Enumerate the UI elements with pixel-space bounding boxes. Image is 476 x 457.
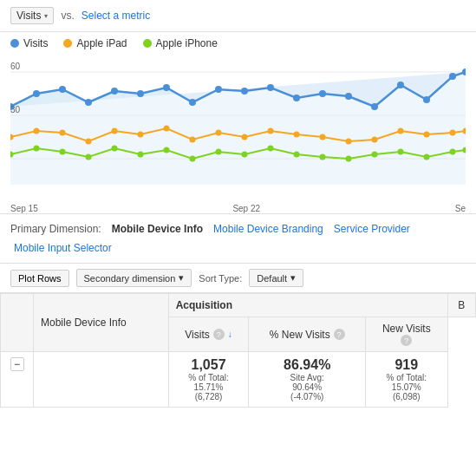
svg-point-56 (398, 149, 404, 155)
table-header-b: B (447, 294, 475, 317)
sort-type-dropdown[interactable]: Default ▾ (249, 269, 303, 287)
svg-point-12 (241, 88, 248, 95)
svg-point-44 (86, 154, 92, 160)
pct-new-diff: (-4.07%) (256, 392, 358, 402)
new-visits-count: (6,098) (373, 392, 440, 402)
svg-point-29 (190, 137, 196, 143)
svg-point-16 (345, 93, 352, 100)
pct-new-visits-value: 86.94% (256, 357, 358, 373)
table-cell-new-visits: 919 % of Total: 15.07% (6,098) (366, 352, 447, 408)
primary-dimension-bar: Primary Dimension: Mobile Device Info Mo… (0, 213, 476, 264)
table-subheader-new-visits: New Visits ? (366, 317, 447, 352)
svg-point-20 (449, 73, 456, 80)
visits-pct-total-label: % of Total: (176, 373, 242, 382)
svg-point-9 (163, 84, 170, 91)
svg-point-51 (268, 146, 274, 152)
legend-iphone-label: Apple iPhone (156, 37, 218, 49)
svg-point-36 (372, 137, 378, 143)
svg-point-23 (34, 128, 40, 134)
svg-point-19 (423, 96, 430, 103)
svg-point-11 (215, 86, 222, 93)
svg-point-24 (60, 130, 66, 136)
y-axis-60: 60 (10, 62, 20, 71)
svg-point-33 (294, 132, 300, 138)
legend-item-ipad: Apple iPad (63, 37, 127, 49)
table-cell-visits: 1,057 % of Total: 15.71% (6,728) (168, 352, 249, 408)
x-axis-labels: Sep 15 Sep 22 Se (0, 202, 476, 213)
svg-point-14 (293, 95, 300, 101)
table-cell-pct-new-visits: 86.94% Site Avg: 90.64% (-4.07%) (249, 352, 366, 408)
svg-point-57 (424, 154, 430, 160)
svg-point-27 (138, 132, 144, 138)
visits-value: 1,057 (176, 357, 242, 373)
y-axis-30: 30 (10, 105, 20, 114)
data-table: Mobile Device Info Acquisition B Visits … (0, 293, 476, 408)
svg-point-55 (372, 152, 378, 158)
svg-point-8 (137, 90, 144, 97)
svg-point-54 (346, 156, 352, 162)
x-label-sep-end: Se (455, 204, 466, 213)
site-avg-label: Site Avg: (256, 373, 358, 382)
svg-point-10 (189, 99, 196, 106)
plot-rows-button[interactable]: Plot Rows (10, 270, 69, 287)
secondary-dim-arrow-icon: ▾ (179, 272, 184, 284)
visits-dot-icon (10, 39, 19, 48)
primary-dimension-label: Primary Dimension: (10, 223, 101, 235)
svg-point-25 (86, 139, 92, 145)
svg-point-53 (320, 154, 326, 160)
sort-default-label: Default (257, 273, 287, 284)
new-visits-pct-total-label: % of Total: (373, 373, 440, 382)
svg-point-50 (242, 152, 248, 158)
pct-new-visits-help-icon[interactable]: ? (334, 329, 345, 340)
x-label-sep22: Sep 22 (232, 204, 260, 213)
svg-point-26 (112, 128, 118, 134)
chart-area: 60 30 (0, 55, 476, 202)
visits-help-icon[interactable]: ? (213, 329, 225, 340)
svg-point-49 (216, 149, 222, 155)
sort-type-label: Sort Type: (199, 273, 242, 284)
legend-visits-label: Visits (23, 37, 48, 49)
svg-point-6 (85, 99, 92, 106)
svg-point-58 (450, 149, 456, 155)
table-header-dimension: Mobile Device Info (34, 294, 169, 352)
svg-point-45 (112, 146, 118, 152)
tab-service-provider[interactable]: Service Provider (330, 221, 414, 237)
select-metric-link[interactable]: Select a metric (82, 10, 150, 22)
svg-point-43 (60, 149, 66, 155)
svg-point-35 (346, 139, 352, 145)
svg-point-30 (216, 130, 222, 136)
table-subheader-visits: Visits ? ↓ (168, 317, 249, 352)
collapse-row-button[interactable]: − (10, 357, 24, 371)
ipad-dot-icon (63, 39, 72, 48)
chart-svg (10, 55, 466, 185)
metric-dropdown[interactable]: Visits ▾ (10, 7, 54, 24)
svg-point-31 (242, 134, 248, 140)
site-avg-value: 90.64% (256, 382, 358, 392)
svg-point-32 (268, 128, 274, 134)
table-row: − 1,057 % of Total: 15.71% (6,728) 86.94… (1, 352, 476, 408)
svg-point-34 (320, 134, 326, 140)
svg-point-37 (398, 128, 404, 134)
svg-point-18 (397, 82, 404, 88)
table-cell-dimension (34, 352, 169, 408)
secondary-dimension-dropdown[interactable]: Secondary dimension ▾ (76, 269, 192, 287)
tab-mobile-device-branding[interactable]: Mobile Device Branding (210, 221, 327, 237)
chart-legend: Visits Apple iPad Apple iPhone (0, 32, 476, 55)
svg-point-39 (450, 130, 456, 136)
table-subheader-pct-new-visits: % New Visits ? (249, 317, 366, 352)
svg-point-48 (190, 156, 196, 162)
tab-mobile-device-info[interactable]: Mobile Device Info (108, 221, 206, 237)
metric-label: Visits (16, 10, 41, 22)
visits-count: (6,728) (176, 392, 242, 402)
iphone-dot-icon (143, 39, 152, 48)
visits-sort-icon[interactable]: ↓ (228, 330, 232, 339)
tab-mobile-input-selector[interactable]: Mobile Input Selector (10, 240, 115, 256)
svg-point-13 (267, 84, 274, 91)
new-visits-help-icon[interactable]: ? (401, 335, 412, 346)
svg-point-38 (424, 132, 430, 138)
table-toolbar: Plot Rows Secondary dimension ▾ Sort Typ… (0, 264, 476, 293)
table-header-checkbox (1, 294, 34, 352)
table-cell-minus[interactable]: − (1, 352, 34, 408)
svg-point-52 (294, 152, 300, 158)
svg-point-47 (164, 147, 170, 153)
